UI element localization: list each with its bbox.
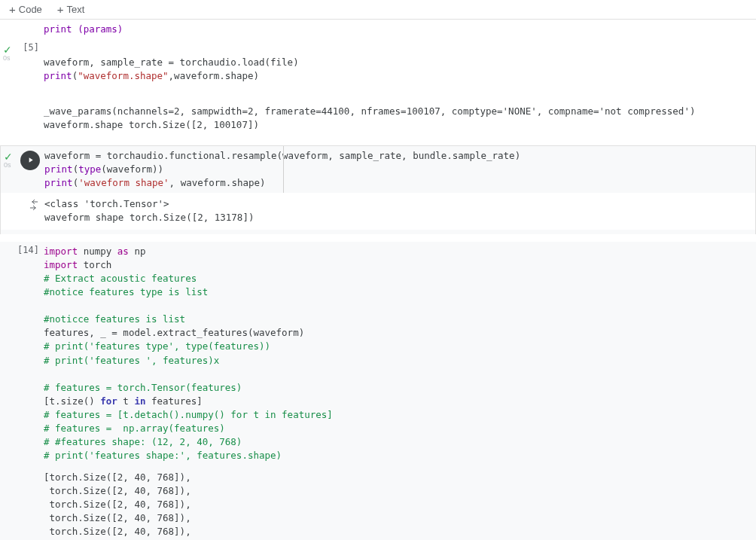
add-text-label: Text (67, 4, 85, 15)
output-line: torch.Size([2, 40, 768]), (44, 526, 191, 537)
cell-output: <class 'torch.Tensor'> waveform shape to… (44, 194, 755, 227)
code-token: for (100, 395, 117, 407)
code-content[interactable]: waveform = torchaudio.functional.resampl… (44, 148, 755, 191)
output-line: torch.Size([2, 40, 768]), (44, 485, 191, 496)
code-line: # features = np.array(features) (44, 423, 225, 434)
cell-gutter: ✓ 0s [5] (0, 41, 44, 84)
output-line: _wave_params(nchannels=2, sampwidth=2, f… (44, 105, 695, 117)
code-content[interactable]: import numpy as np import torch # Extrac… (44, 243, 756, 465)
cell-block: [14] import numpy as np import torch # E… (0, 242, 756, 541)
cell-gutter (0, 21, 44, 38)
code-content[interactable]: waveform, sample_rate = torchaudio.load(… (44, 41, 756, 84)
code-line: #notice features type is list (44, 286, 208, 297)
cell-output: _wave_params(nchannels=2, sampwidth=2, f… (44, 88, 756, 135)
code-token: in (134, 395, 145, 407)
code-token: [t.size() (44, 395, 100, 407)
code-token: numpy (78, 246, 117, 257)
cell-block: ✓ 0s [5] waveform, sample_rate = torchau… (0, 39, 756, 141)
output-line: waveform shape torch.Size([2, 13178]) (44, 212, 254, 223)
code-line: features, _ = model.extract_features(wav… (44, 327, 304, 338)
code-token: print (44, 70, 72, 81)
toolbar: + Code + Text (0, 0, 756, 20)
code-token: print (44, 163, 73, 175)
exec-time-label: 0s (3, 54, 11, 62)
code-token: 'waveform shape' (78, 177, 169, 188)
code-line: # features = [t.detach().numpy() for t i… (44, 409, 333, 420)
code-line: #noticce features is list (44, 313, 185, 325)
code-line: # Extract acoustic features (44, 273, 197, 284)
exec-time-label: 0s (4, 161, 11, 169)
code-line: # print('features type', type(features)) (44, 340, 270, 352)
add-code-label: Code (19, 4, 42, 15)
cell-output: [torch.Size([2, 40, 768]), torch.Size([2… (44, 468, 756, 541)
code-line: # print('features shape:', features.shap… (44, 450, 282, 461)
code-token: print (params) (44, 23, 123, 35)
code-token: features] (145, 395, 202, 407)
code-token: np (129, 246, 146, 257)
code-line: # print('features ', features)x (44, 355, 219, 366)
code-token: ,waveform.shape) (169, 70, 259, 81)
plus-icon: + (57, 3, 64, 16)
code-line: # #features shape: (12, 2, 40, 768) (44, 436, 242, 447)
code-token: t (117, 395, 135, 407)
cell-block-selected: ✓ 0s waveform = torchaudio.functional.re… (0, 145, 756, 234)
output-line: [torch.Size([2, 40, 768]), (44, 471, 191, 483)
output-line: torch.Size([2, 40, 768]), (44, 512, 191, 523)
cell-gutter: ✓ 0s (1, 148, 44, 191)
output-row: [torch.Size([2, 40, 768]), torch.Size([2… (0, 466, 756, 541)
cell-number: [14] (17, 245, 39, 255)
code-token: print (44, 177, 73, 188)
play-icon (26, 156, 35, 164)
code-line: # features = torch.Tensor(features) (44, 382, 242, 393)
output-row: <class 'torch.Tensor'> waveform shape to… (1, 193, 755, 229)
code-line: waveform, sample_rate = torchaudio.load(… (44, 56, 299, 68)
code-token: as (117, 246, 129, 257)
output-line: <class 'torch.Tensor'> (44, 198, 169, 209)
plus-icon: + (9, 3, 16, 16)
output-line: torch.Size([2, 40, 768]), (44, 499, 191, 510)
cell-gutter (0, 88, 44, 135)
output-line: waveform.shape torch.Size([2, 100107]) (44, 119, 259, 130)
code-cell: ✓ 0s waveform = torchaudio.functional.re… (1, 146, 755, 193)
cell-number: [5] (23, 42, 39, 53)
add-text-button[interactable]: + Text (54, 2, 88, 17)
code-content[interactable]: print (params) (44, 21, 756, 38)
code-token: (waveform)) (101, 163, 163, 175)
code-cell: print (params) (0, 20, 756, 39)
run-button[interactable] (20, 151, 40, 170)
cursor-vline (283, 146, 284, 193)
cell-gutter (1, 194, 44, 227)
code-cell: ✓ 0s [5] waveform, sample_rate = torchau… (0, 39, 756, 86)
code-token: type (78, 163, 101, 175)
output-indicator-icon (28, 199, 40, 213)
cell-gutter (0, 468, 44, 541)
code-token: , waveform.shape) (169, 177, 266, 188)
cell-gutter: [14] (0, 243, 44, 465)
output-row: _wave_params(nchannels=2, sampwidth=2, f… (0, 87, 756, 136)
code-token: torch (78, 259, 111, 270)
code-cell: [14] import numpy as np import torch # E… (0, 242, 756, 466)
code-token: import (44, 259, 78, 270)
code-token: import (44, 246, 78, 257)
code-token: "waveform.shape" (78, 70, 168, 81)
add-code-button[interactable]: + Code (6, 2, 45, 17)
